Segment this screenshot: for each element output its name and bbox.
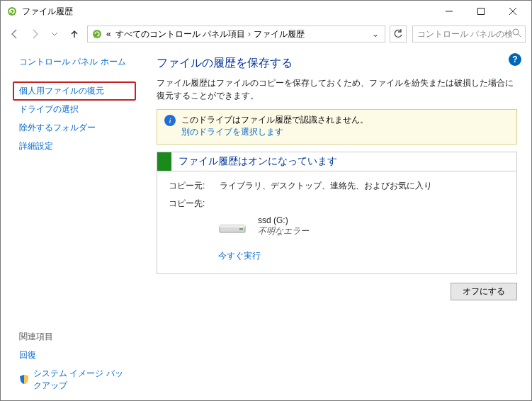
- sidebar-home[interactable]: コントロール パネル ホーム: [19, 56, 130, 68]
- notice-link[interactable]: 別のドライブを選択します: [181, 127, 283, 137]
- svg-line-7: [518, 34, 521, 37]
- related-items-label: 関連項目: [19, 331, 130, 343]
- sidebar-system-image-backup[interactable]: システム イメージ バックアップ: [33, 368, 130, 392]
- svg-point-0: [8, 7, 16, 16]
- breadcrumb-item[interactable]: ファイル履歴: [254, 28, 305, 40]
- minimize-button[interactable]: [433, 1, 465, 21]
- search-icon: [512, 28, 521, 40]
- maximize-button[interactable]: [465, 1, 497, 21]
- search-placeholder: コントロール パネルの検索: [417, 28, 512, 40]
- recent-dropdown[interactable]: [46, 26, 63, 43]
- close-button[interactable]: [497, 1, 528, 21]
- notice-banner: i このドライブはファイル履歴で認識されません。 別のドライブを選択します: [157, 109, 517, 145]
- svg-rect-9: [220, 225, 245, 227]
- turn-off-button[interactable]: オフにする: [451, 283, 517, 300]
- folder-icon: [91, 28, 103, 40]
- chevron-right-icon: ›: [245, 29, 254, 39]
- svg-rect-10: [239, 228, 243, 230]
- breadcrumb-item[interactable]: すべてのコントロール パネル項目: [115, 28, 245, 40]
- sidebar-advanced[interactable]: 詳細設定: [19, 140, 130, 152]
- content: ? ファイルの履歴を保存する ファイル履歴はファイルのコピーを保存しておくため、…: [142, 46, 531, 400]
- copy-to-label: コピー先:: [169, 198, 220, 210]
- shield-icon: [19, 374, 29, 386]
- breadcrumb-prefix: «: [106, 29, 111, 39]
- panel-title: ファイル履歴はオンになっています: [171, 152, 344, 171]
- svg-point-5: [93, 30, 101, 38]
- back-button[interactable]: [6, 26, 23, 43]
- page-heading: ファイルの履歴を保存する: [157, 56, 517, 71]
- svg-point-6: [513, 29, 519, 35]
- app-icon: [6, 6, 18, 17]
- window-title: ファイル履歴: [22, 6, 433, 18]
- titlebar: ファイル履歴: [1, 1, 531, 22]
- sidebar: コントロール パネル ホーム 個人用ファイルの復元 ドライブの選択 除外するフォ…: [1, 46, 142, 400]
- sidebar-restore-files[interactable]: 個人用ファイルの復元: [13, 81, 136, 101]
- drive-icon: [218, 220, 247, 237]
- sidebar-exclude-folders[interactable]: 除外するフォルダー: [19, 122, 130, 134]
- drive-error: 不明なエラー: [258, 225, 309, 237]
- forward-button[interactable]: [26, 26, 43, 43]
- refresh-button[interactable]: [390, 26, 407, 43]
- help-icon[interactable]: ?: [509, 53, 521, 66]
- status-panel: ファイル履歴はオンになっています コピー元: ライブラリ、デスクトップ、連絡先、…: [157, 152, 517, 274]
- run-now-link[interactable]: 今すぐ実行: [218, 250, 505, 262]
- up-button[interactable]: [66, 26, 83, 43]
- sidebar-recovery[interactable]: 回復: [19, 349, 130, 361]
- copy-from-value: ライブラリ、デスクトップ、連絡先、およびお気に入り: [220, 180, 432, 192]
- toolbar: « すべてのコントロール パネル項目 › ファイル履歴 ⌄ コントロール パネル…: [1, 22, 531, 46]
- info-icon: i: [164, 115, 176, 126]
- breadcrumb[interactable]: « すべてのコントロール パネル項目 › ファイル履歴 ⌄: [87, 26, 385, 43]
- chevron-down-icon[interactable]: ⌄: [368, 29, 383, 39]
- notice-text: このドライブはファイル履歴で認識されません。: [181, 114, 368, 126]
- drive-name: ssd (G:): [258, 215, 309, 225]
- search-input[interactable]: コントロール パネルの検索: [412, 26, 526, 43]
- status-indicator-icon: [157, 152, 171, 171]
- sidebar-select-drive[interactable]: ドライブの選択: [19, 103, 130, 115]
- page-description: ファイル履歴はファイルのコピーを保存しておくため、ファイルを紛失または破損した場…: [157, 77, 517, 102]
- copy-from-label: コピー元:: [169, 180, 220, 192]
- svg-rect-2: [477, 9, 484, 15]
